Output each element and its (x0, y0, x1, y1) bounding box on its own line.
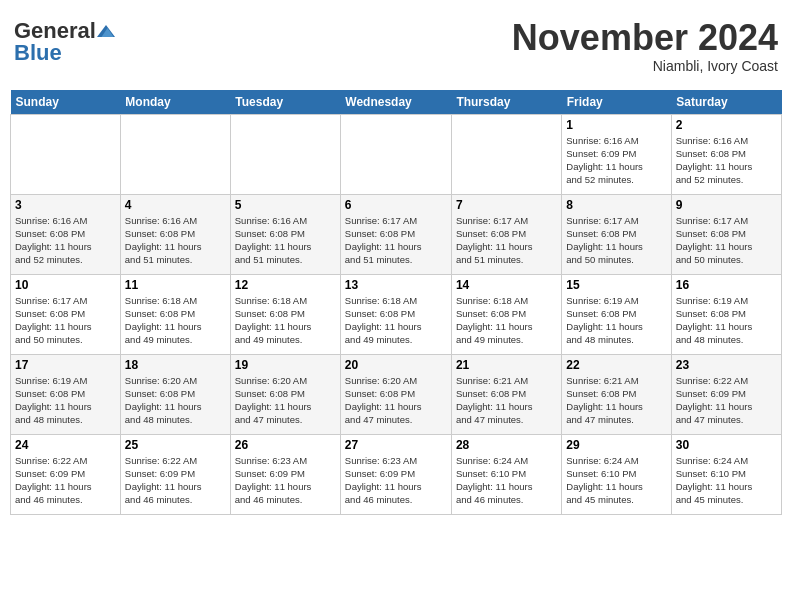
cell-info: Sunrise: 6:16 AMSunset: 6:08 PMDaylight:… (125, 214, 226, 267)
cell-info: Sunrise: 6:17 AMSunset: 6:08 PMDaylight:… (345, 214, 447, 267)
cell-info: Sunrise: 6:18 AMSunset: 6:08 PMDaylight:… (456, 294, 557, 347)
weekday-header-saturday: Saturday (671, 90, 781, 115)
calendar-cell (340, 114, 451, 194)
day-number: 20 (345, 358, 447, 372)
weekday-header-row: SundayMondayTuesdayWednesdayThursdayFrid… (11, 90, 782, 115)
weekday-header-thursday: Thursday (451, 90, 561, 115)
day-number: 9 (676, 198, 777, 212)
calendar-cell: 25Sunrise: 6:22 AMSunset: 6:09 PMDayligh… (120, 434, 230, 514)
calendar-cell: 26Sunrise: 6:23 AMSunset: 6:09 PMDayligh… (230, 434, 340, 514)
calendar-cell (230, 114, 340, 194)
calendar-cell: 30Sunrise: 6:24 AMSunset: 6:10 PMDayligh… (671, 434, 781, 514)
cell-info: Sunrise: 6:20 AMSunset: 6:08 PMDaylight:… (345, 374, 447, 427)
calendar-cell: 20Sunrise: 6:20 AMSunset: 6:08 PMDayligh… (340, 354, 451, 434)
calendar-cell: 11Sunrise: 6:18 AMSunset: 6:08 PMDayligh… (120, 274, 230, 354)
day-number: 25 (125, 438, 226, 452)
cell-info: Sunrise: 6:17 AMSunset: 6:08 PMDaylight:… (676, 214, 777, 267)
logo-blue-text: Blue (14, 40, 62, 66)
cell-info: Sunrise: 6:24 AMSunset: 6:10 PMDaylight:… (566, 454, 666, 507)
day-number: 23 (676, 358, 777, 372)
cell-info: Sunrise: 6:16 AMSunset: 6:08 PMDaylight:… (676, 134, 777, 187)
calendar-cell (120, 114, 230, 194)
calendar-cell: 29Sunrise: 6:24 AMSunset: 6:10 PMDayligh… (562, 434, 671, 514)
title-block: November 2024 Niambli, Ivory Coast (512, 18, 778, 74)
calendar-week-2: 3Sunrise: 6:16 AMSunset: 6:08 PMDaylight… (11, 194, 782, 274)
calendar-cell: 23Sunrise: 6:22 AMSunset: 6:09 PMDayligh… (671, 354, 781, 434)
cell-info: Sunrise: 6:21 AMSunset: 6:08 PMDaylight:… (566, 374, 666, 427)
cell-info: Sunrise: 6:16 AMSunset: 6:09 PMDaylight:… (566, 134, 666, 187)
location-subtitle: Niambli, Ivory Coast (512, 58, 778, 74)
day-number: 8 (566, 198, 666, 212)
day-number: 4 (125, 198, 226, 212)
calendar-cell: 22Sunrise: 6:21 AMSunset: 6:08 PMDayligh… (562, 354, 671, 434)
day-number: 27 (345, 438, 447, 452)
page-header: General Blue November 2024 Niambli, Ivor… (10, 10, 782, 82)
day-number: 26 (235, 438, 336, 452)
calendar-cell: 4Sunrise: 6:16 AMSunset: 6:08 PMDaylight… (120, 194, 230, 274)
cell-info: Sunrise: 6:19 AMSunset: 6:08 PMDaylight:… (566, 294, 666, 347)
day-number: 2 (676, 118, 777, 132)
calendar-cell: 3Sunrise: 6:16 AMSunset: 6:08 PMDaylight… (11, 194, 121, 274)
calendar-week-5: 24Sunrise: 6:22 AMSunset: 6:09 PMDayligh… (11, 434, 782, 514)
calendar-cell: 13Sunrise: 6:18 AMSunset: 6:08 PMDayligh… (340, 274, 451, 354)
calendar-cell: 16Sunrise: 6:19 AMSunset: 6:08 PMDayligh… (671, 274, 781, 354)
cell-info: Sunrise: 6:24 AMSunset: 6:10 PMDaylight:… (676, 454, 777, 507)
day-number: 17 (15, 358, 116, 372)
cell-info: Sunrise: 6:18 AMSunset: 6:08 PMDaylight:… (345, 294, 447, 347)
cell-info: Sunrise: 6:18 AMSunset: 6:08 PMDaylight:… (125, 294, 226, 347)
day-number: 6 (345, 198, 447, 212)
day-number: 24 (15, 438, 116, 452)
day-number: 13 (345, 278, 447, 292)
cell-info: Sunrise: 6:16 AMSunset: 6:08 PMDaylight:… (235, 214, 336, 267)
calendar-cell: 27Sunrise: 6:23 AMSunset: 6:09 PMDayligh… (340, 434, 451, 514)
weekday-header-friday: Friday (562, 90, 671, 115)
calendar-cell: 2Sunrise: 6:16 AMSunset: 6:08 PMDaylight… (671, 114, 781, 194)
calendar-week-1: 1Sunrise: 6:16 AMSunset: 6:09 PMDaylight… (11, 114, 782, 194)
day-number: 14 (456, 278, 557, 292)
weekday-header-monday: Monday (120, 90, 230, 115)
calendar-table: SundayMondayTuesdayWednesdayThursdayFrid… (10, 90, 782, 515)
cell-info: Sunrise: 6:24 AMSunset: 6:10 PMDaylight:… (456, 454, 557, 507)
cell-info: Sunrise: 6:22 AMSunset: 6:09 PMDaylight:… (676, 374, 777, 427)
cell-info: Sunrise: 6:17 AMSunset: 6:08 PMDaylight:… (15, 294, 116, 347)
day-number: 29 (566, 438, 666, 452)
logo-icon (97, 22, 115, 40)
cell-info: Sunrise: 6:22 AMSunset: 6:09 PMDaylight:… (15, 454, 116, 507)
day-number: 18 (125, 358, 226, 372)
day-number: 5 (235, 198, 336, 212)
day-number: 12 (235, 278, 336, 292)
calendar-cell: 14Sunrise: 6:18 AMSunset: 6:08 PMDayligh… (451, 274, 561, 354)
cell-info: Sunrise: 6:22 AMSunset: 6:09 PMDaylight:… (125, 454, 226, 507)
calendar-cell: 28Sunrise: 6:24 AMSunset: 6:10 PMDayligh… (451, 434, 561, 514)
cell-info: Sunrise: 6:17 AMSunset: 6:08 PMDaylight:… (566, 214, 666, 267)
calendar-cell: 10Sunrise: 6:17 AMSunset: 6:08 PMDayligh… (11, 274, 121, 354)
calendar-cell: 15Sunrise: 6:19 AMSunset: 6:08 PMDayligh… (562, 274, 671, 354)
calendar-cell: 6Sunrise: 6:17 AMSunset: 6:08 PMDaylight… (340, 194, 451, 274)
day-number: 22 (566, 358, 666, 372)
day-number: 11 (125, 278, 226, 292)
month-title: November 2024 (512, 18, 778, 58)
calendar-cell (11, 114, 121, 194)
calendar-cell: 24Sunrise: 6:22 AMSunset: 6:09 PMDayligh… (11, 434, 121, 514)
day-number: 21 (456, 358, 557, 372)
calendar-cell: 7Sunrise: 6:17 AMSunset: 6:08 PMDaylight… (451, 194, 561, 274)
calendar-cell: 12Sunrise: 6:18 AMSunset: 6:08 PMDayligh… (230, 274, 340, 354)
calendar-cell: 19Sunrise: 6:20 AMSunset: 6:08 PMDayligh… (230, 354, 340, 434)
weekday-header-wednesday: Wednesday (340, 90, 451, 115)
cell-info: Sunrise: 6:18 AMSunset: 6:08 PMDaylight:… (235, 294, 336, 347)
calendar-cell (451, 114, 561, 194)
day-number: 28 (456, 438, 557, 452)
calendar-cell: 18Sunrise: 6:20 AMSunset: 6:08 PMDayligh… (120, 354, 230, 434)
calendar-cell: 8Sunrise: 6:17 AMSunset: 6:08 PMDaylight… (562, 194, 671, 274)
calendar-cell: 9Sunrise: 6:17 AMSunset: 6:08 PMDaylight… (671, 194, 781, 274)
calendar-week-3: 10Sunrise: 6:17 AMSunset: 6:08 PMDayligh… (11, 274, 782, 354)
cell-info: Sunrise: 6:19 AMSunset: 6:08 PMDaylight:… (15, 374, 116, 427)
cell-info: Sunrise: 6:20 AMSunset: 6:08 PMDaylight:… (235, 374, 336, 427)
calendar-cell: 5Sunrise: 6:16 AMSunset: 6:08 PMDaylight… (230, 194, 340, 274)
cell-info: Sunrise: 6:17 AMSunset: 6:08 PMDaylight:… (456, 214, 557, 267)
weekday-header-tuesday: Tuesday (230, 90, 340, 115)
cell-info: Sunrise: 6:16 AMSunset: 6:08 PMDaylight:… (15, 214, 116, 267)
day-number: 30 (676, 438, 777, 452)
cell-info: Sunrise: 6:23 AMSunset: 6:09 PMDaylight:… (345, 454, 447, 507)
cell-info: Sunrise: 6:21 AMSunset: 6:08 PMDaylight:… (456, 374, 557, 427)
